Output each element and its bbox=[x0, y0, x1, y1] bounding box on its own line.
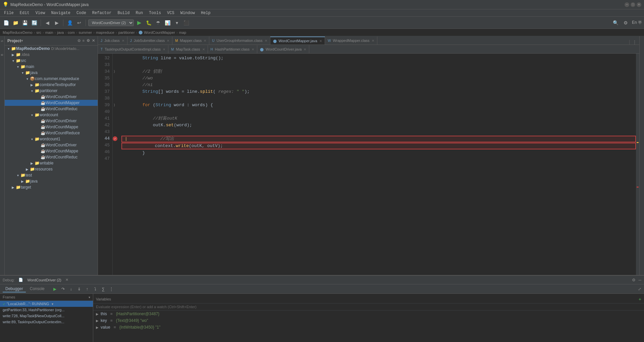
toolbar-back-button[interactable]: ◀ bbox=[43, 19, 51, 27]
bc-com[interactable]: com bbox=[68, 30, 75, 35]
code-content[interactable]: String line = value.toString(); //2 切割 /… bbox=[120, 54, 636, 275]
tab-jobsubmitter[interactable]: J JobSubmitter.class ✕ bbox=[127, 37, 172, 45]
frames-filter-btn[interactable]: ▾ bbox=[89, 295, 90, 299]
tree-item-wordcount1[interactable]: ▾ 📁 wordcount1 bbox=[5, 136, 98, 142]
tab-more-icon[interactable]: ⋮ bbox=[633, 40, 637, 45]
bc-main[interactable]: main bbox=[45, 30, 53, 35]
frame-localjob[interactable]: ✓ "LocalJobR...": RUNNING ▾ bbox=[0, 301, 93, 307]
debug-expand-btn[interactable]: ⤢ bbox=[638, 287, 641, 291]
breakpoint-indicator[interactable]: ✓ bbox=[113, 136, 117, 141]
menu-vcs[interactable]: VCS bbox=[164, 10, 177, 16]
tree-item-partitioner[interactable]: ▾ 📁 partitioner bbox=[5, 88, 98, 94]
toolbar-new-file-button[interactable]: 📄 bbox=[2, 19, 10, 27]
debug-minimize-btn[interactable]: ─ bbox=[638, 278, 641, 282]
debug-settings-btn[interactable]: ⚙ bbox=[632, 278, 636, 282]
tab-wrappedmapper[interactable]: W WrappedMapper.class ✕ bbox=[325, 37, 377, 45]
menu-refactor[interactable]: Refactor bbox=[90, 10, 114, 16]
tab-hashpartitioner-close[interactable]: ✕ bbox=[252, 48, 254, 51]
tree-item-combine[interactable]: ▶ 📁 combineTextInputfor bbox=[5, 82, 98, 88]
tree-item-wcd3[interactable]: ▶ ☕ WordCountDriver bbox=[5, 142, 98, 148]
frame-getpartition[interactable]: getPartition:33, HashPartitioner (org... bbox=[0, 307, 93, 313]
menu-tools[interactable]: Tools bbox=[146, 10, 164, 16]
tab-hashpartitioner[interactable]: H HashPartitioner.class ✕ bbox=[208, 45, 258, 53]
debug-settings2-btn[interactable]: ⋮ bbox=[108, 285, 115, 293]
sidebar-close-btn[interactable]: ✕ bbox=[92, 39, 95, 43]
debug-session-close[interactable]: ✕ bbox=[65, 278, 68, 282]
tree-item-wcr1[interactable]: ▶ ☕ WordCountReduc bbox=[5, 106, 98, 112]
tree-item-wordcount[interactable]: ▾ 📁 wordcount bbox=[5, 112, 98, 118]
menu-help[interactable]: Help bbox=[198, 10, 213, 16]
debug-step-over-btn[interactable]: ↷ bbox=[59, 285, 67, 293]
toolbar-forward-button[interactable]: ▶ bbox=[53, 19, 61, 27]
tree-item-test-java[interactable]: ▶ 📁 java bbox=[5, 178, 98, 184]
tab-taskinputoutput[interactable]: T TaskInputOutputContextImpl.class ✕ bbox=[98, 45, 168, 53]
var-value[interactable]: ▶ value = {IntWritable@3450} "1" bbox=[93, 324, 644, 331]
tree-item-wcd1[interactable]: ▶ ☕ WordCountDriver bbox=[5, 94, 98, 100]
frame-write89[interactable]: write:89, TaskInputOutputContextIm... bbox=[0, 319, 93, 325]
profile-button[interactable]: 📊 bbox=[163, 19, 171, 27]
sidebar-settings-btn[interactable]: ⚙ bbox=[87, 39, 90, 43]
bc-src[interactable]: src bbox=[36, 30, 41, 35]
tab-bar-actions[interactable]: ⋮ bbox=[629, 40, 639, 45]
add-watch-btn[interactable]: + bbox=[639, 296, 641, 302]
menu-navigate[interactable]: Navigate bbox=[48, 10, 73, 16]
tree-item-wcm3[interactable]: ▶ ☕ WordCountMappe bbox=[5, 148, 98, 154]
tree-item-writable[interactable]: ▶ 📁 writable bbox=[5, 160, 98, 166]
sidebar-collapse-btn[interactable]: ≡ bbox=[83, 39, 85, 43]
bc-mapreduce[interactable]: mapreduce bbox=[96, 30, 114, 35]
more-run-button[interactable]: ▾ bbox=[173, 19, 181, 27]
tree-item-mapreducedemo[interactable]: ▾ 📁 MapReduceDemo D:\Acode\Hado... bbox=[5, 46, 98, 52]
tree-item-main[interactable]: ▾ 📁 main bbox=[5, 64, 98, 70]
debug-step-into-btn[interactable]: ↓ bbox=[67, 285, 75, 293]
bc-java[interactable]: java bbox=[57, 30, 64, 35]
tab-maptask[interactable]: M MapTask.class ✕ bbox=[168, 45, 208, 53]
bc-partitioner[interactable]: partitioner bbox=[118, 30, 135, 35]
tree-item-com-package[interactable]: ▾ 📦 com.summer.mapreduce bbox=[5, 76, 98, 82]
tab-wordcountdriver-close[interactable]: ✕ bbox=[304, 48, 306, 51]
bc-wordcountmapper[interactable]: WordCountMapper bbox=[144, 30, 175, 35]
debug-evaluate-btn[interactable]: ∑ bbox=[100, 285, 107, 293]
menu-edit[interactable]: Edit bbox=[17, 10, 32, 16]
coverage-button[interactable]: ☂ bbox=[154, 19, 162, 27]
tree-item-wcm1[interactable]: ▶ ☕ WordCountMapper bbox=[5, 100, 98, 106]
menu-window[interactable]: Window bbox=[178, 10, 198, 16]
sidebar-dropdown-icon[interactable]: ▾ bbox=[21, 39, 23, 43]
minimize-button[interactable]: ─ bbox=[625, 2, 629, 7]
bc-project[interactable]: MapReduceDemo bbox=[3, 30, 33, 35]
tree-item-target[interactable]: ▶ 📁 target bbox=[5, 184, 98, 190]
stop-button[interactable]: ⬛ bbox=[182, 19, 190, 27]
tree-item-idea[interactable]: ▶ 📁 .idea bbox=[5, 52, 98, 58]
tab-usergroupinfo-close[interactable]: ✕ bbox=[265, 39, 267, 43]
tree-item-wcd2[interactable]: ▶ ☕ WordCountDriver bbox=[5, 118, 98, 124]
tab-mapper[interactable]: M Mapper.class ✕ bbox=[172, 37, 209, 45]
sidebar-locate-btn[interactable]: ⊙ bbox=[77, 39, 80, 43]
settings-button[interactable]: ⚙ bbox=[622, 19, 630, 27]
tab-taskinputoutput-close[interactable]: ✕ bbox=[163, 48, 165, 51]
menu-view[interactable]: View bbox=[33, 10, 48, 16]
toolbar-undo-button[interactable]: ↩ bbox=[75, 19, 83, 27]
menu-file[interactable]: File bbox=[1, 10, 16, 16]
toolbar-open-button[interactable]: 📁 bbox=[11, 19, 19, 27]
bc-map[interactable]: map bbox=[179, 30, 186, 35]
var-this[interactable]: ▶ this = {HashPartitioner@3487} bbox=[93, 311, 644, 317]
bc-summer[interactable]: summer bbox=[79, 30, 92, 35]
frame-write728[interactable]: write:728, MapTask$NewOutputColl... bbox=[0, 313, 93, 319]
tab-wordcountmapper[interactable]: ⬤ WordCountMapper.java ✕ bbox=[270, 37, 325, 45]
tab-wordcountmapper-close[interactable]: ✕ bbox=[319, 39, 322, 43]
tab-mapper-close[interactable]: ✕ bbox=[204, 39, 206, 43]
tab-wordcountdriver[interactable]: ⬤ WordCountDriver.java ✕ bbox=[257, 45, 309, 53]
code-editor[interactable]: 32 33 34 35 36 37 38 39 40 41 42 43 44 4… bbox=[98, 54, 639, 275]
tab-wrappedmapper-close[interactable]: ✕ bbox=[372, 39, 374, 43]
tab-job-close[interactable]: ✕ bbox=[122, 39, 124, 43]
frame-filter-icon[interactable]: ▾ bbox=[52, 302, 53, 306]
tree-item-src[interactable]: ▾ 📁 src bbox=[5, 58, 98, 64]
maximize-button[interactable]: □ bbox=[631, 2, 635, 7]
debug-resume-btn[interactable]: ▶ bbox=[51, 285, 59, 293]
tab-jobsubmitter-close[interactable]: ✕ bbox=[167, 39, 169, 43]
tab-usergroupinfo[interactable]: U UserGroupInformation.class ✕ bbox=[209, 37, 270, 45]
debug-step-out-btn[interactable]: ↑ bbox=[84, 285, 91, 293]
toolbar-sync-button[interactable]: 🔄 bbox=[30, 19, 38, 27]
run-button[interactable]: ▶ bbox=[135, 19, 143, 27]
menu-run[interactable]: Run bbox=[133, 10, 146, 16]
vtab-structure[interactable]: S bbox=[0, 38, 5, 45]
